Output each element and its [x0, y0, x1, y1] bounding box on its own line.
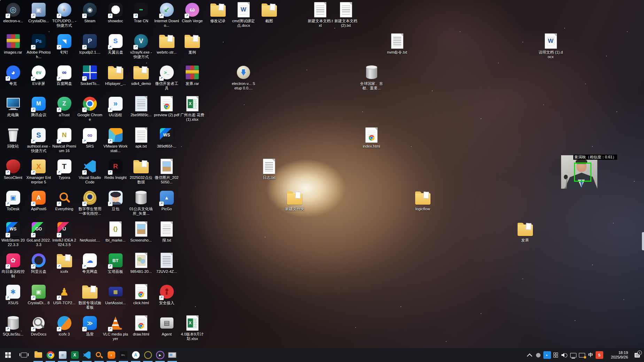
- desktop-icon-electron-shortcut[interactable]: ◎↗electron-v...: [0, 2, 26, 23]
- desktop-icon-vlc[interactable]: ↗VLC media player: [103, 315, 128, 341]
- task-view-button[interactable]: [16, 348, 32, 362]
- face-recognition-overlay[interactable]: 黄润秋（相似度：0.61）: [561, 155, 597, 189]
- desktop-icon-this-pc[interactable]: 此电脑: [0, 96, 26, 117]
- desktop-icon-draw-html[interactable]: draw.html: [129, 315, 154, 337]
- taskbar-app-screen-capture-tool[interactable]: [166, 348, 178, 362]
- desktop-icon-preview-pdf[interactable]: preview (2).pdf: [154, 96, 179, 117]
- desktop-icon-apk-txt[interactable]: apk.txt: [129, 127, 154, 149]
- desktop-icon-tcpudp-debug-shortcut[interactable]: ◗↗TCPUDPD... - 快捷方式: [52, 2, 77, 28]
- desktop-icon-tcpudp-tool[interactable]: P↗tcpudp2.1....: [77, 33, 103, 55]
- desktop-icon-typora[interactable]: T↗Typora: [52, 158, 77, 180]
- desktop-icon-srs[interactable]: ∞↗SRS: [77, 127, 103, 149]
- desktop-icon-baidu-netdisk[interactable]: ∞↗百度网盘: [52, 64, 77, 86]
- start-button[interactable]: [0, 348, 16, 362]
- taskbar-app-navicat[interactable]: [142, 348, 154, 362]
- desktop-icon-secure-access[interactable]: ↗安全接入: [154, 284, 179, 305]
- desktop-icon-wechat-devtools[interactable]: >_↗微信开发者工具: [154, 64, 179, 90]
- desktop-icon-electron-setup[interactable]: electron-v... Setup 0.0....: [231, 64, 256, 90]
- tray-sogou-input[interactable]: S: [595, 348, 604, 362]
- desktop-icon-usr-tcp-tool[interactable]: ♟↗USR-TCP2...: [52, 284, 77, 305]
- taskbar-app-appium[interactable]: A: [130, 348, 142, 362]
- taskbar-clock[interactable]: 18:19 2025/9/26: [604, 351, 631, 360]
- desktop-icon-trae-cn[interactable]: ••↗Trae CN: [129, 2, 154, 23]
- desktop-icon-police-badge-app[interactable]: ↗数字孪生警用一体化指控...: [77, 190, 103, 216]
- tray-tray-app-grey[interactable]: [534, 348, 543, 362]
- desktop-icon-bao-txt[interactable]: 报.txt: [154, 221, 179, 243]
- desktop-icon-navicat[interactable]: N↗Navicat Premium 16: [52, 127, 77, 153]
- screen-edge-handle[interactable]: [642, 232, 644, 250]
- desktop-icon-note-2be9f889[interactable]: 2be9f889c...: [129, 96, 154, 117]
- desktop-icon-vmware[interactable]: ↗VMware Workstati...: [103, 127, 128, 153]
- desktop-icon-new-text-doc[interactable]: 新建文本文档.txt: [308, 2, 333, 28]
- desktop-icon-sqlitestudio[interactable]: ↗SQLiteStu...: [0, 315, 26, 337]
- desktop-icon-tianyi-cloud[interactable]: S↗天翼云盘: [103, 33, 128, 55]
- desktop-icon-sunlogin[interactable]: ✿↗向日葵远程控制: [0, 252, 26, 278]
- desktop-icon-index-html[interactable]: index.html: [359, 127, 384, 149]
- desktop-icon-netassist[interactable]: ⁂NetAssist....: [77, 221, 103, 243]
- desktop-icon-images-rar[interactable]: images.rar: [0, 33, 26, 55]
- desktop-icon-v2rayn[interactable]: V↗v2rayN.exe - 快捷方式: [129, 33, 154, 59]
- desktop-icon-showdoc[interactable]: ↗showdoc: [103, 2, 128, 23]
- taskbar-app-vscode[interactable]: [81, 348, 93, 362]
- taskbar-app-notepad[interactable]: ≡: [56, 348, 69, 362]
- desktop-icon-todesk[interactable]: ▣↗ToDesk: [0, 190, 26, 211]
- desktop-icon-case-folder[interactable]: 案例: [180, 33, 205, 55]
- taskbar-app-file-explorer[interactable]: [32, 348, 44, 362]
- desktop-icon-modify-record-folder[interactable]: 修改记录: [205, 2, 231, 23]
- desktop-icon-cmd-test-docx[interactable]: Wcmd测试绑定点.docx: [231, 2, 256, 28]
- taskbar-app-foxmail[interactable]: ◗: [105, 348, 117, 362]
- desktop-icon-wechat-image[interactable]: 微信图片_2025050...: [154, 158, 179, 184]
- desktop-icon-dingtalk[interactable]: ◥↗钉钉: [52, 33, 77, 55]
- taskbar-app-chrome[interactable]: [44, 348, 56, 362]
- desktop-icon-ws-file[interactable]: WS389df65f-...: [154, 127, 179, 149]
- desktop-icon-webstorm[interactable]: WS↗WebStorm 2022.3.3: [0, 221, 26, 247]
- desktop-icon-guangzhou-xlsx[interactable]: X广州出差 花费(1).xlsx: [180, 96, 205, 122]
- desktop-icon-log-txt[interactable]: 日志.txt: [256, 158, 282, 180]
- taskbar-app-cmd[interactable]: C:\_: [117, 348, 130, 362]
- desktop-icon-adobe-photoshop[interactable]: Ps↗Adobe Photosh...: [26, 33, 52, 59]
- desktop-icon-webrtc-folder[interactable]: webrtc-str...: [154, 33, 179, 55]
- desktop-icon-authtool[interactable]: S↗authtool.exe - 快捷方式: [26, 127, 52, 153]
- desktop-icon-goland[interactable]: GO↗GoLand 2022.3.3: [26, 221, 52, 247]
- desktop-icon-click-html[interactable]: click.html: [129, 284, 154, 305]
- desktop-icon-crystaldiskinfo[interactable]: ▣↗CrystalDis...: [26, 2, 52, 23]
- desktop-icon-nvm-cmd-txt[interactable]: nvm命令.txt: [385, 33, 410, 55]
- desktop-icon-bt-panel[interactable]: BT↗宝塔面板: [103, 252, 128, 274]
- desktop-icon-logicflow-folder[interactable]: logicflow: [410, 190, 435, 211]
- desktop-icon-screenshot-folder[interactable]: 截图: [256, 2, 282, 23]
- desktop-icon-icofx-folder[interactable]: ↗icofx: [52, 252, 77, 274]
- desktop-icon-plan-xlsx[interactable]: X4.0版本9月计划.xlsx: [180, 315, 205, 341]
- action-center-button[interactable]: 1: [631, 353, 643, 357]
- taskbar-app-media-player[interactable]: ▶: [154, 348, 166, 362]
- tray-tray-ime-mode[interactable]: [551, 348, 560, 362]
- desktop-icon-atrust[interactable]: Z↗aTrust: [52, 96, 77, 117]
- desktop-icon-new-folder[interactable]: 新建文件夹: [282, 190, 308, 211]
- taskbar-app-everything-search[interactable]: [93, 348, 105, 362]
- desktop-icon-data-test-board-folder[interactable]: 数据专项试验看板: [77, 284, 103, 310]
- desktop-icon-doubao[interactable]: ↗豆包: [103, 190, 128, 211]
- desktop-icon-uartassist[interactable]: ▦UartAssist...: [103, 284, 128, 305]
- desktop-icon-sdk4-demo-folder[interactable]: sdk4_demo: [129, 64, 154, 86]
- desktop-icon-readme-docx[interactable]: W说明文档 (1).docx: [538, 33, 564, 59]
- desktop-icon-h5player-folder[interactable]: H5player_...: [103, 64, 128, 86]
- desktop-icon-vscode[interactable]: ↗Visual Studio Code: [77, 158, 103, 184]
- desktop-icon-quark-netdisk[interactable]: ☁↗夸克网盘: [77, 252, 103, 274]
- desktop-icon-everything-search[interactable]: ↗Everything: [52, 190, 77, 211]
- desktop-icon-xsus[interactable]: ∗↗XSUS: [0, 284, 26, 305]
- desktop-icon-crystaldiskinfo8[interactable]: ▣↗CrystalDi... 8: [26, 284, 52, 305]
- desktop-icon-quark-browser[interactable]: ◕↗夸克: [0, 64, 26, 86]
- desktop-icon-secoclient[interactable]: ↗SecoClient: [0, 158, 26, 180]
- taskbar-app-excel[interactable]: X: [69, 348, 81, 362]
- desktop-icon-sockettool[interactable]: ↗SocketTo...: [77, 64, 103, 86]
- desktop-icon-google-chrome[interactable]: ↗Google Chrome: [77, 96, 103, 122]
- desktop-icon-note-72uv2[interactable]: 72UV2-4Z...: [154, 252, 179, 274]
- desktop-icon-aliyundrive[interactable]: ↗阿里云盘: [26, 252, 52, 274]
- desktop-icon-icofx3[interactable]: ↗icofx 3: [52, 315, 77, 337]
- desktop-icon-clash-verge[interactable]: ω↗Clash Verge: [180, 2, 205, 23]
- desktop-icon-culture-db[interactable]: 01公共文化场所_矢量...: [129, 190, 154, 216]
- desktop-icon-ev-recorder[interactable]: ev↗EV录屏: [26, 64, 52, 86]
- desktop-icon-global-countries-db[interactable]: 全球国家、首都、重要...: [359, 64, 384, 90]
- desktop-icon-point-data-folder[interactable]: 2025032点位数据: [129, 158, 154, 184]
- desktop-icon-xunlei[interactable]: ≫↗迅雷: [77, 315, 103, 337]
- desktop-icon-intellij-idea[interactable]: IJ↗IntelliJ IDEA 2024.3.5: [52, 221, 77, 247]
